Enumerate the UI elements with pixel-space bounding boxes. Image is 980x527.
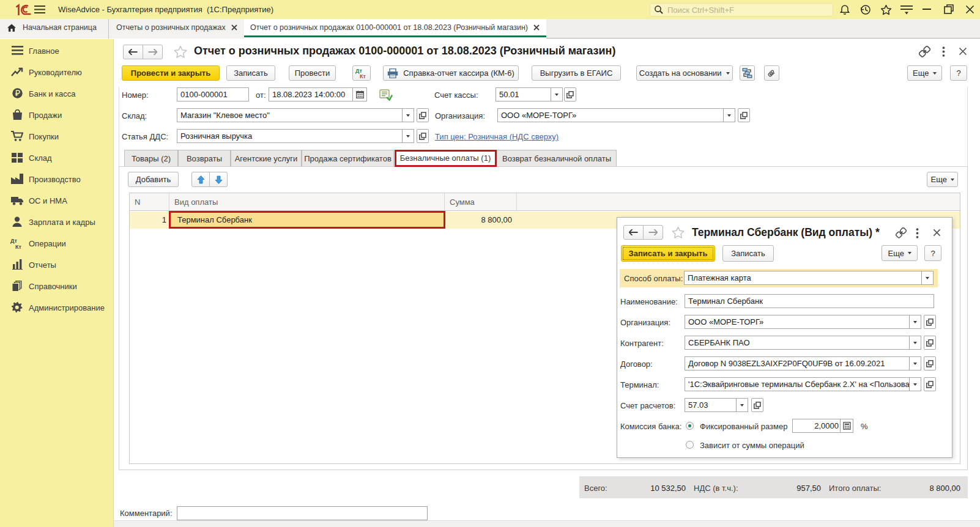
svg-text:Кт: Кт [360,73,366,79]
svg-text:Дт: Дт [10,238,17,244]
svg-text:Кт: Кт [15,244,21,249]
